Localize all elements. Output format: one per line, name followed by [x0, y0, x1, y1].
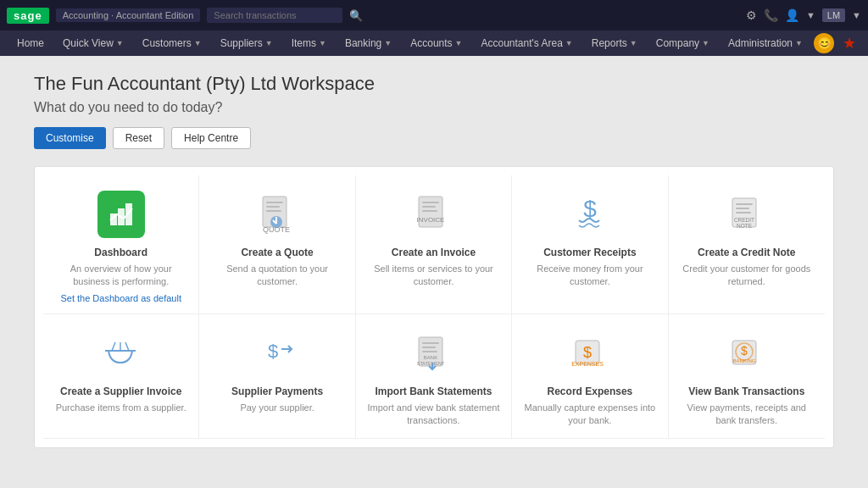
- card-receipts-desc: Receive money from your customer.: [520, 263, 659, 289]
- top-bar: sage Accounting · Accountant Edition 🔍 ⚙…: [0, 0, 868, 30]
- svg-rect-4: [266, 202, 283, 203]
- card-credit-note[interactable]: CREDIT NOTE Create a Credit Note Credit …: [669, 175, 825, 314]
- svg-rect-24: [422, 347, 436, 348]
- svg-text:STATEMENT: STATEMENT: [417, 361, 445, 366]
- card-bank-desc: Import and view bank statement transacti…: [364, 402, 503, 428]
- customise-button[interactable]: Customise: [34, 127, 106, 149]
- workspace-subtitle: What do you need to do today?: [34, 100, 834, 115]
- card-supplier-payments[interactable]: $ Supplier Payments Pay your supplier.: [199, 314, 355, 439]
- phone-icon[interactable]: 📞: [764, 8, 778, 22]
- svg-text:BANK: BANK: [424, 355, 437, 360]
- card-supplier-invoice-title: Create a Supplier Invoice: [60, 385, 181, 397]
- nav-items[interactable]: Items ▼: [283, 34, 335, 53]
- main-content: The Fun Accountant (Pty) Ltd Workspace W…: [0, 56, 868, 488]
- credit-note-icon: CREDIT NOTE: [721, 189, 772, 240]
- user-caret-icon: ▼: [852, 10, 861, 20]
- nav-quickview[interactable]: Quick View ▼: [54, 34, 132, 53]
- card-grid: Dashboard An overview of how your busine…: [43, 175, 825, 439]
- svg-text:$: $: [268, 341, 278, 362]
- supplier-invoice-icon: [96, 328, 147, 379]
- nav-bar: Home Quick View ▼ Customers ▼ Suppliers …: [0, 30, 868, 56]
- nav-customers[interactable]: Customers ▼: [134, 34, 210, 53]
- card-quote-desc: Send a quotation to your customer.: [208, 263, 346, 289]
- gear-icon[interactable]: ⚙: [746, 8, 757, 22]
- svg-text:$: $: [741, 344, 748, 358]
- card-import-bank[interactable]: BANK STATEMENT Import Bank Statements Im…: [356, 314, 512, 439]
- card-container: Dashboard An overview of how your busine…: [34, 166, 834, 448]
- card-view-bank[interactable]: $ BANKING View Bank Transactions View pa…: [669, 314, 825, 439]
- card-payments-desc: Pay your supplier.: [240, 402, 314, 414]
- workspace-title: The Fun Accountant (Pty) Ltd Workspace: [34, 73, 834, 95]
- card-create-quote[interactable]: QUOTE Create a Quote Send a quotation to…: [199, 175, 355, 314]
- chevron-icon: ▼: [565, 39, 573, 47]
- card-supplier-invoice[interactable]: Create a Supplier Invoice Purchase items…: [43, 314, 199, 439]
- card-expenses-desc: Manually capture expenses into your bank…: [520, 402, 659, 428]
- svg-rect-25: [422, 351, 437, 352]
- chevron-icon: ▼: [116, 39, 124, 47]
- chevron-icon: ▼: [384, 39, 392, 47]
- card-bank-title: Import Bank Statements: [375, 385, 492, 397]
- card-expenses-title: Record Expenses: [548, 385, 633, 397]
- svg-rect-18: [736, 212, 751, 214]
- invoice-icon: INVOICE: [408, 189, 459, 240]
- nav-home[interactable]: Home: [8, 34, 53, 53]
- chevron-icon: ▼: [455, 39, 463, 47]
- card-create-invoice[interactable]: INVOICE Create an Invoice Sell items or …: [356, 175, 512, 314]
- svg-rect-6: [266, 210, 281, 212]
- svg-text:BANKING: BANKING: [732, 358, 755, 363]
- card-bank-trans-desc: View payments, receipts and bank transfe…: [677, 402, 816, 428]
- nav-right: 😊 ★: [814, 33, 860, 53]
- reset-button[interactable]: Reset: [113, 127, 164, 149]
- card-receipts-title: Customer Receipts: [543, 247, 636, 258]
- person-icon[interactable]: 👤: [785, 8, 799, 22]
- card-supplier-invoice-desc: Purchase items from a supplier.: [56, 402, 186, 414]
- user-badge[interactable]: LM: [822, 8, 845, 22]
- card-dashboard[interactable]: Dashboard An overview of how your busine…: [43, 175, 199, 314]
- card-bank-trans-title: View Bank Transactions: [688, 385, 804, 397]
- receipts-icon: $: [565, 189, 615, 240]
- nav-accountants-area[interactable]: Accountant's Area ▼: [472, 34, 581, 53]
- card-credit-note-title: Create a Credit Note: [698, 247, 795, 258]
- nav-company[interactable]: Company ▼: [648, 34, 718, 53]
- svg-rect-11: [422, 206, 436, 208]
- card-dashboard-title: Dashboard: [94, 247, 147, 258]
- nav-accounts[interactable]: Accounts ▼: [402, 34, 470, 53]
- edition-badge: Accounting · Accountant Edition: [56, 8, 201, 22]
- chevron-icon: ▼: [265, 39, 273, 47]
- card-payments-title: Supplier Payments: [231, 385, 323, 397]
- chevron-icon: ▼: [702, 39, 709, 47]
- search-icon: 🔍: [349, 9, 363, 22]
- nav-suppliers[interactable]: Suppliers ▼: [212, 34, 281, 53]
- bank-transactions-icon: $ BANKING: [721, 328, 772, 379]
- svg-text:INVOICE: INVOICE: [417, 216, 445, 224]
- svg-rect-5: [266, 206, 280, 208]
- top-bar-right: ⚙ 📞 👤 ▼ LM ▼: [746, 8, 861, 22]
- card-dashboard-link[interactable]: Set the Dashboard as default: [60, 293, 181, 303]
- svg-rect-10: [422, 202, 439, 203]
- notification-icon[interactable]: 😊: [814, 33, 834, 53]
- svg-rect-17: [736, 208, 749, 209]
- svg-text:$: $: [583, 344, 592, 361]
- card-quote-title: Create a Quote: [241, 247, 313, 258]
- svg-rect-16: [736, 203, 753, 205]
- supplier-payments-icon: $: [252, 328, 303, 379]
- nav-reports[interactable]: Reports ▼: [583, 34, 646, 53]
- svg-text:CREDIT: CREDIT: [734, 217, 754, 223]
- star-icon[interactable]: ★: [839, 33, 860, 53]
- card-invoice-title: Create an Invoice: [392, 247, 476, 258]
- nav-banking[interactable]: Banking ▼: [337, 34, 400, 53]
- svg-rect-12: [422, 210, 437, 212]
- search-input[interactable]: [207, 8, 342, 23]
- chevron-icon: ▼: [630, 39, 637, 47]
- caret-icon: ▼: [806, 10, 815, 20]
- chevron-icon: ▼: [194, 39, 202, 47]
- bank-statements-icon: BANK STATEMENT: [408, 328, 459, 379]
- expenses-icon: $ EXPENSES: [565, 328, 615, 379]
- card-record-expenses[interactable]: $ EXPENSES Record Expenses Manually capt…: [512, 314, 668, 439]
- sage-logo: sage: [7, 8, 49, 24]
- chevron-icon: ▼: [795, 39, 803, 47]
- help-centre-button[interactable]: Help Centre: [171, 127, 251, 149]
- svg-text:EXPENSES: EXPENSES: [571, 361, 604, 367]
- card-customer-receipts[interactable]: $ Customer Receipts Receive money from y…: [512, 175, 668, 314]
- nav-administration[interactable]: Administration ▼: [720, 34, 811, 53]
